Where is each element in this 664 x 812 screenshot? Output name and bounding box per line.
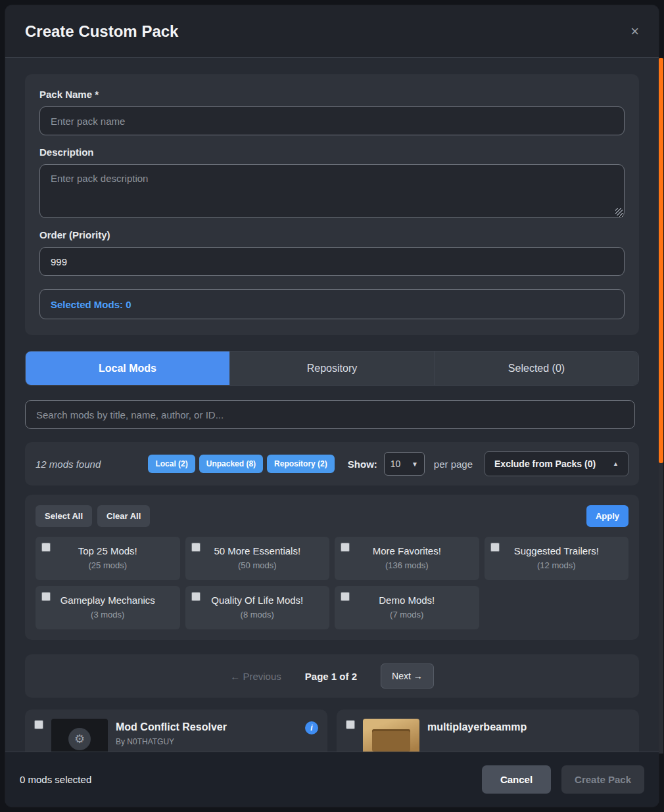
pack-title: 50 More Essentials! — [191, 545, 325, 556]
filter-badge-local[interactable]: Local (2) — [148, 455, 195, 473]
pack-title: Top 25 Mods! — [41, 545, 175, 556]
exclude-from-packs-button[interactable]: Exclude from Packs (0) ▲ — [485, 451, 628, 476]
pack-name-label: Pack Name * — [39, 89, 625, 100]
mods-selected-status: 0 mods selected — [20, 774, 91, 785]
pack-count: (7 mods) — [340, 610, 474, 620]
page-info: Page 1 of 2 — [305, 671, 357, 682]
pack-checkbox[interactable] — [341, 592, 350, 601]
pack-checkbox[interactable] — [341, 543, 350, 552]
pack-title: More Favorites! — [340, 545, 474, 556]
cancel-button[interactable]: Cancel — [482, 765, 551, 794]
scrollbar-thumb[interactable] — [659, 58, 663, 463]
pack-filter-card: Select All Clear All Apply Top 25 Mods! … — [25, 495, 639, 640]
pack-title: Demo Mods! — [340, 595, 474, 606]
mod-checkbox[interactable] — [346, 720, 355, 729]
search-input[interactable] — [25, 400, 635, 429]
results-count-text: 12 mods found — [36, 459, 101, 470]
select-all-button[interactable]: Select All — [36, 505, 92, 527]
description-label: Description — [39, 147, 625, 158]
folder-icon — [372, 729, 410, 752]
mod-logo-icon: ⚙ — [68, 728, 91, 750]
selected-mods-summary: Selected Mods: 0 — [39, 289, 625, 319]
filter-badge-unpacked[interactable]: Unpacked (8) — [199, 455, 263, 473]
pack-item-top-25-mods[interactable]: Top 25 Mods! (25 mods) — [36, 537, 180, 580]
clear-all-button[interactable]: Clear All — [97, 505, 150, 527]
pagination: ← Previous Page 1 of 2 Next → — [25, 654, 639, 698]
mod-source-tabs: Local Mods Repository Selected (0) — [25, 351, 639, 386]
pack-title: Suggested Trailers! — [490, 545, 624, 556]
info-icon[interactable]: i — [305, 721, 318, 734]
modal-footer: 0 mods selected Cancel Create Pack — [5, 752, 659, 807]
mod-title: multiplayerbeammp — [427, 721, 630, 733]
modal-header: Create Custom Pack × — [5, 5, 659, 58]
pack-checkbox[interactable] — [41, 592, 51, 601]
order-priority-label: Order (Priority) — [39, 229, 625, 240]
page-size-select[interactable]: 10 ▼ — [384, 452, 425, 476]
create-custom-pack-modal: Create Custom Pack × Pack Name * Descrip… — [5, 5, 659, 807]
pack-checkbox[interactable] — [490, 543, 500, 552]
pack-checkbox[interactable] — [41, 543, 51, 552]
pack-item-50-more-essentials[interactable]: 50 More Essentials! (50 mods) — [185, 537, 330, 580]
pack-count: (25 mods) — [41, 560, 175, 570]
exclude-from-packs-label: Exclude from Packs (0) — [494, 459, 596, 469]
page-title: Create Custom Pack — [25, 22, 178, 41]
description-textarea[interactable] — [39, 164, 625, 218]
tab-local-mods[interactable]: Local Mods — [26, 351, 229, 385]
chevron-up-icon: ▲ — [613, 461, 619, 467]
pack-item-suggested-trailers[interactable]: Suggested Trailers! (12 mods) — [485, 537, 629, 580]
previous-page-button[interactable]: ← Previous — [230, 671, 281, 682]
pack-item-gameplay-mechanics[interactable]: Gameplay Mechanics (3 mods) — [36, 586, 180, 629]
pack-title: Gameplay Mechanics — [41, 595, 175, 606]
packs-grid: Top 25 Mods! (25 mods) 50 More Essential… — [36, 537, 628, 629]
tab-repository[interactable]: Repository — [229, 351, 434, 385]
scrollbar-track[interactable] — [659, 58, 663, 754]
chevron-down-icon: ▼ — [412, 461, 418, 468]
pack-count: (8 mods) — [191, 610, 325, 620]
pack-form-card: Pack Name * Description Order (Priority)… — [25, 74, 639, 335]
pack-title: Quality Of Life Mods! — [191, 595, 325, 606]
pack-checkbox[interactable] — [191, 543, 201, 552]
mod-author: By N0THATGUY — [116, 737, 297, 746]
next-page-button[interactable]: Next → — [381, 664, 434, 688]
apply-button[interactable]: Apply — [586, 505, 628, 527]
pack-count: (12 mods) — [490, 560, 624, 570]
filter-badge-repository[interactable]: Repository (2) — [267, 455, 335, 473]
pack-name-input[interactable] — [39, 106, 625, 135]
tab-selected[interactable]: Selected (0) — [434, 351, 638, 385]
per-page-label: per page — [434, 459, 473, 470]
pack-item-demo-mods[interactable]: Demo Mods! (7 mods) — [335, 586, 479, 629]
pack-checkbox[interactable] — [191, 592, 201, 601]
mod-checkbox[interactable] — [34, 720, 43, 729]
show-label: Show: — [348, 459, 377, 470]
pack-count: (136 mods) — [340, 560, 474, 570]
filter-bar: 12 mods found Local (2) Unpacked (8) Rep… — [25, 442, 639, 485]
pack-item-more-favorites[interactable]: More Favorites! (136 mods) — [335, 537, 479, 580]
create-pack-button[interactable]: Create Pack — [561, 765, 644, 794]
mod-title: Mod Conflict Resolver — [116, 721, 297, 733]
close-icon[interactable]: × — [630, 24, 639, 39]
pack-count: (50 mods) — [191, 560, 325, 570]
pack-count: (3 mods) — [41, 610, 175, 620]
pack-item-quality-of-life[interactable]: Quality Of Life Mods! (8 mods) — [185, 586, 330, 629]
packs-toolbar: Select All Clear All Apply — [36, 505, 628, 527]
order-priority-input[interactable] — [39, 247, 625, 276]
page-size-value: 10 — [391, 459, 401, 469]
